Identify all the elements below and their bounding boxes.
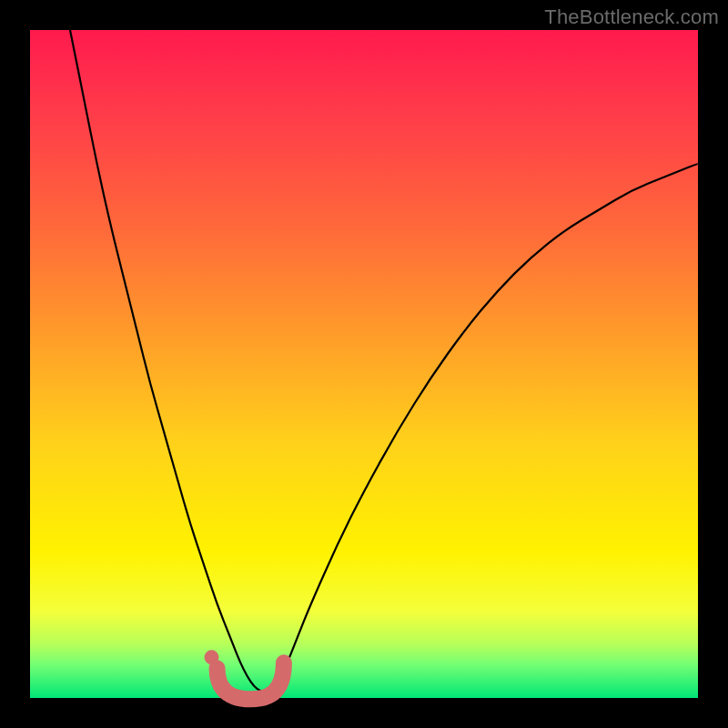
chart-overlay: [30, 30, 698, 698]
watermark-label: TheBottleneck.com: [544, 5, 719, 29]
chart-frame: TheBottleneck.com: [0, 0, 728, 728]
bottleneck-curve: [70, 30, 698, 692]
optimal-band-marker: [205, 650, 284, 699]
